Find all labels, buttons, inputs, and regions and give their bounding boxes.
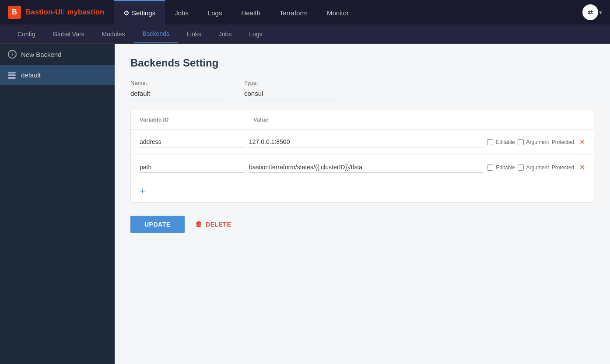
nav-monitor[interactable]: Monitor [317,0,358,24]
plus-icon: + [8,50,17,59]
nav-jobs[interactable]: Jobs [165,0,198,24]
editable-label-path: Editable [496,164,515,171]
var-value-input-address[interactable] [249,136,483,147]
database-icon [8,72,16,79]
app-title: Bastion-UI: mybastion [25,8,104,17]
gear-icon: ⚙ [123,9,129,17]
editable-label-address: Editable [496,139,515,145]
subnav-logs[interactable]: Logs [240,24,271,43]
new-backend-button[interactable]: + New Backend [0,44,115,65]
col-value: Value [253,116,585,123]
argument-label-path: Argument [526,164,549,171]
content-area: Backends Setting Name: Type: Variable ID… [115,44,610,364]
name-field-group: Name: [130,80,227,99]
nav-arrows-icon[interactable]: ⇄ ▾ [582,4,602,20]
var-id-input-path[interactable] [140,162,245,173]
app-logo: B Bastion-UI: mybastion [0,0,114,24]
nav-settings[interactable]: ⚙ Settings [114,0,165,24]
top-nav-right: ⇄ ▾ [582,4,610,20]
sidebar-item-default[interactable]: default [0,65,115,85]
subnav-jobs[interactable]: Jobs [210,24,241,43]
name-label: Name: [130,80,227,86]
variable-row: Editable Argument Protected ✕ [131,130,594,155]
argument-label-address: Argument [526,139,549,145]
editable-checkbox-path[interactable] [487,164,493,171]
subnav-backends[interactable]: Backends [134,24,178,43]
type-field-group: Type: [244,80,340,99]
var-controls-address: Editable Argument Protected ✕ [487,138,585,146]
update-button[interactable]: UPDATE [130,216,185,233]
var-value-input-path[interactable] [249,162,483,173]
delete-button[interactable]: 🗑 DELETE [195,220,231,228]
protected-label-path: Protected [552,164,574,171]
variables-card: Variable ID Value Editable Argument Prot… [130,110,594,203]
delete-row-button-path[interactable]: ✕ [579,163,585,172]
secondary-nav: Config Global Vars Modules Backends Link… [0,24,610,44]
top-nav: B Bastion-UI: mybastion ⚙ Settings Jobs … [0,0,610,24]
logo-icon: B [8,6,21,19]
type-input[interactable] [244,88,340,99]
nav-health[interactable]: Health [231,0,270,24]
nav-terraform[interactable]: Terraform [270,0,317,24]
type-label: Type: [244,80,340,86]
subnav-global-vars[interactable]: Global Vars [44,24,93,43]
action-buttons: UPDATE 🗑 DELETE [130,216,594,233]
svg-text:⇄: ⇄ [588,9,593,16]
name-input[interactable] [130,88,227,99]
editable-checkbox-address[interactable] [487,139,493,145]
subnav-config[interactable]: Config [9,24,44,43]
trash-icon: 🗑 [195,220,203,228]
subnav-links[interactable]: Links [178,24,210,43]
add-row-section: + [131,180,594,202]
delete-row-button-address[interactable]: ✕ [579,138,585,146]
var-id-input-address[interactable] [140,136,245,147]
argument-checkbox-path[interactable] [518,164,524,171]
argument-checkbox-address[interactable] [518,139,524,145]
variables-header: Variable ID Value [131,110,594,130]
top-nav-links: ⚙ Settings Jobs Logs Health Terraform Mo… [114,0,358,24]
nav-logs[interactable]: Logs [198,0,232,24]
protected-label-address: Protected [552,139,574,145]
var-controls-path: Editable Argument Protected ✕ [487,163,585,172]
page-title: Backends Setting [130,57,594,69]
main-layout: + New Backend default Backends Setting N… [0,44,610,364]
subnav-modules[interactable]: Modules [93,24,134,43]
add-variable-button[interactable]: + [140,186,145,196]
variable-row: Editable Argument Protected ✕ [131,155,594,180]
backend-form: Name: Type: [130,80,594,99]
col-variable-id: Variable ID [140,116,253,123]
sidebar: + New Backend default [0,44,115,364]
